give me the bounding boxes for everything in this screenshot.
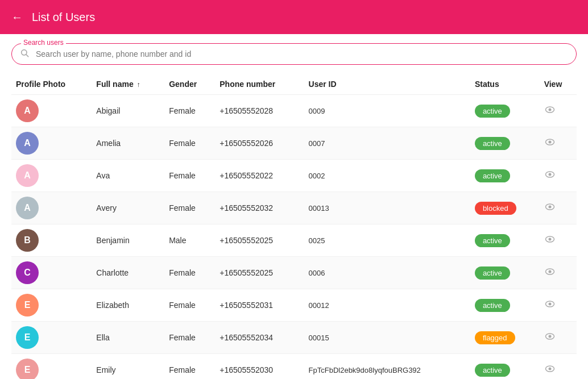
cell-photo: B	[11, 224, 92, 257]
avatar: E	[16, 359, 39, 379]
cell-fullname: Avery	[92, 192, 164, 224]
cell-status: active	[470, 257, 540, 289]
cell-userid: 00013	[304, 192, 470, 224]
col-header-photo: Profile Photo	[11, 74, 92, 95]
users-table-wrap: Profile Photo Full name ↑ Gender Phone n…	[0, 74, 588, 379]
cell-view[interactable]	[540, 322, 577, 354]
status-badge: blocked	[475, 202, 516, 215]
table-row: EEmilyFemale+16505552030FpTcFbDl2ebk9do8…	[11, 354, 577, 380]
cell-photo: A	[11, 192, 92, 224]
cell-phone: +16505552022	[215, 160, 304, 192]
view-icon[interactable]	[544, 333, 556, 344]
cell-gender: Female	[164, 192, 215, 224]
view-icon[interactable]	[544, 365, 556, 377]
search-box: Search users	[11, 43, 577, 65]
avatar: A	[16, 99, 39, 122]
cell-fullname: Elizabeth	[92, 289, 164, 322]
col-header-fullname[interactable]: Full name ↑	[92, 74, 164, 95]
sort-icon: ↑	[137, 81, 140, 89]
view-icon[interactable]	[544, 203, 556, 215]
cell-view[interactable]	[540, 95, 577, 127]
cell-fullname: Ella	[92, 322, 164, 354]
table-row: CCharlotteFemale+165055520250006active	[11, 257, 577, 289]
search-label: Search users	[21, 39, 66, 47]
cell-status: blocked	[470, 192, 540, 224]
cell-photo: A	[11, 127, 92, 160]
header: ← List of Users	[0, 0, 588, 34]
col-header-gender: Gender	[164, 74, 215, 95]
cell-userid: 0025	[304, 224, 470, 257]
cell-gender: Female	[164, 160, 215, 192]
svg-point-7	[548, 173, 551, 176]
search-container: Search users	[0, 34, 588, 74]
cell-gender: Female	[164, 289, 215, 322]
cell-phone: +16505552026	[215, 127, 304, 160]
cell-userid: 0009	[304, 95, 470, 127]
cell-status: active	[470, 95, 540, 127]
cell-view[interactable]	[540, 127, 577, 160]
cell-fullname: Benjamin	[92, 224, 164, 257]
view-icon[interactable]	[544, 268, 556, 280]
users-table: Profile Photo Full name ↑ Gender Phone n…	[11, 74, 577, 379]
status-badge: active	[475, 169, 510, 182]
cell-photo: A	[11, 95, 92, 127]
cell-fullname: Emily	[92, 354, 164, 380]
cell-photo: E	[11, 322, 92, 354]
cell-gender: Female	[164, 127, 215, 160]
cell-view[interactable]	[540, 289, 577, 322]
table-row: AAmeliaFemale+165055520260007active	[11, 127, 577, 160]
table-row: AAbigailFemale+165055520280009active	[11, 95, 577, 127]
col-header-status: Status	[470, 74, 540, 95]
cell-view[interactable]	[540, 160, 577, 192]
cell-view[interactable]	[540, 354, 577, 380]
cell-userid: 0006	[304, 257, 470, 289]
cell-status: active	[470, 127, 540, 160]
col-header-userid: User ID	[304, 74, 470, 95]
cell-gender: Female	[164, 257, 215, 289]
cell-status: active	[470, 354, 540, 380]
back-button[interactable]: ←	[11, 11, 23, 24]
view-icon[interactable]	[544, 171, 556, 182]
svg-line-1	[26, 55, 28, 57]
cell-phone: +16505552025	[215, 257, 304, 289]
cell-userid: 0007	[304, 127, 470, 160]
status-badge: flagged	[475, 331, 515, 344]
status-badge: active	[475, 266, 510, 280]
cell-photo: E	[11, 289, 92, 322]
view-icon[interactable]	[544, 106, 556, 118]
cell-fullname: Ava	[92, 160, 164, 192]
svg-point-13	[548, 270, 551, 273]
cell-phone: +16505552032	[215, 192, 304, 224]
svg-point-5	[548, 140, 551, 143]
view-icon[interactable]	[544, 236, 556, 247]
status-badge: active	[475, 299, 510, 312]
cell-userid: 00015	[304, 322, 470, 354]
view-icon[interactable]	[544, 301, 556, 312]
cell-view[interactable]	[540, 192, 577, 224]
svg-point-15	[548, 302, 551, 305]
search-input[interactable]	[36, 49, 567, 59]
cell-status: active	[470, 224, 540, 257]
cell-phone: +16505552034	[215, 322, 304, 354]
cell-gender: Female	[164, 95, 215, 127]
avatar: E	[16, 294, 39, 316]
avatar: A	[16, 164, 39, 187]
avatar: C	[16, 261, 39, 284]
status-badge: active	[475, 105, 510, 118]
table-row: EEllaFemale+1650555203400015flagged	[11, 322, 577, 354]
avatar: E	[16, 326, 39, 349]
page-title: List of Users	[32, 11, 95, 24]
col-header-view: View	[540, 74, 577, 95]
avatar: A	[16, 132, 39, 155]
cell-status: active	[470, 160, 540, 192]
cell-fullname: Charlotte	[92, 257, 164, 289]
cell-userid: FpTcFbDl2ebk9do8lyqfouBRG392	[304, 354, 470, 380]
cell-view[interactable]	[540, 224, 577, 257]
col-header-phone: Phone number	[215, 74, 304, 95]
view-icon[interactable]	[544, 139, 556, 150]
cell-phone: +16505552031	[215, 289, 304, 322]
table-row: EElizabethFemale+1650555203100012active	[11, 289, 577, 322]
svg-point-17	[548, 335, 551, 338]
svg-point-3	[548, 108, 551, 111]
cell-view[interactable]	[540, 257, 577, 289]
